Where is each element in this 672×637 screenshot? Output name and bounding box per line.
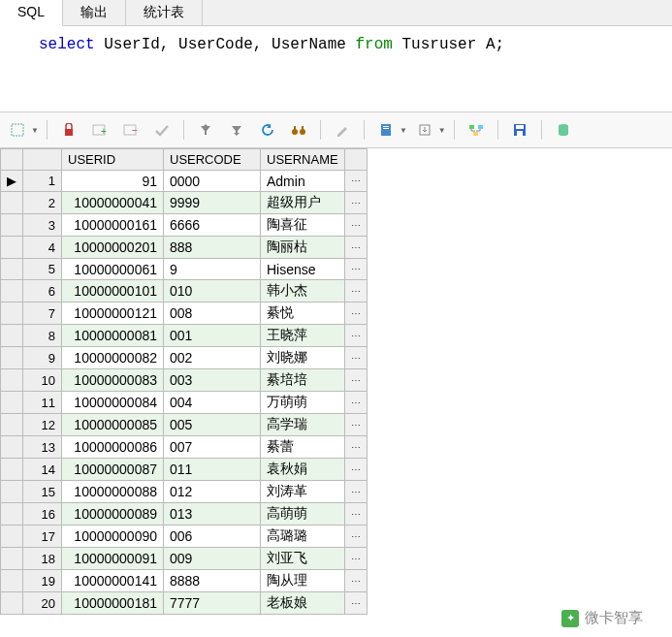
cell-more-icon[interactable]: ⋯ <box>344 280 367 303</box>
cell-username[interactable]: 袁秋娟 <box>261 459 345 481</box>
cell-more-icon[interactable]: ⋯ <box>344 592 367 615</box>
cell-userid[interactable]: 10000000121 <box>62 303 164 325</box>
cell-userid[interactable]: 10000000061 <box>62 259 164 280</box>
table-row[interactable]: 910000000082002刘晓娜⋯ <box>1 347 368 369</box>
cell-usercode[interactable]: 012 <box>164 481 261 503</box>
cell-more-icon[interactable]: ⋯ <box>344 325 367 347</box>
cell-userid[interactable]: 10000000041 <box>62 192 164 214</box>
cell-userid[interactable]: 10000000087 <box>62 459 164 481</box>
cell-userid[interactable]: 10000000088 <box>62 481 164 503</box>
cell-more-icon[interactable]: ⋯ <box>344 369 367 392</box>
result-grid[interactable]: USERID USERCODE USERNAME ▶1910000Admin⋯2… <box>0 148 672 615</box>
cell-more-icon[interactable]: ⋯ <box>344 436 367 459</box>
filter-down-icon[interactable] <box>223 118 250 142</box>
cell-usercode[interactable]: 001 <box>164 325 261 347</box>
filter-up-icon[interactable] <box>192 118 219 142</box>
cell-more-icon[interactable]: ⋯ <box>344 237 367 259</box>
cell-userid[interactable]: 10000000141 <box>62 570 164 592</box>
cell-username[interactable]: Hisense <box>261 259 345 280</box>
cell-userid[interactable]: 10000000081 <box>62 325 164 347</box>
edit-icon[interactable] <box>329 118 356 142</box>
cell-usercode[interactable]: 9 <box>164 259 261 280</box>
cell-username[interactable]: 綦培培 <box>261 369 345 392</box>
cell-usercode[interactable]: 013 <box>164 503 261 526</box>
cell-userid[interactable]: 10000000083 <box>62 369 164 392</box>
cell-more-icon[interactable]: ⋯ <box>344 526 367 548</box>
cell-username[interactable]: 高璐璐 <box>261 526 345 548</box>
cell-usercode[interactable]: 6666 <box>164 214 261 237</box>
table-row[interactable]: 410000000201888陶丽枯⋯ <box>1 237 368 259</box>
cell-more-icon[interactable]: ⋯ <box>344 548 367 570</box>
cell-more-icon[interactable]: ⋯ <box>344 347 367 369</box>
cell-username[interactable]: 高萌萌 <box>261 503 345 526</box>
cell-usercode[interactable]: 011 <box>164 459 261 481</box>
cell-userid[interactable]: 10000000082 <box>62 347 164 369</box>
cell-userid[interactable]: 10000000084 <box>62 392 164 414</box>
cell-more-icon[interactable]: ⋯ <box>344 171 367 192</box>
cell-username[interactable]: 超级用户 <box>261 192 345 214</box>
tab-output[interactable]: 输出 <box>63 0 126 25</box>
relations-icon[interactable] <box>463 118 490 142</box>
dropdown-icon[interactable]: ▼ <box>31 126 39 135</box>
cell-username[interactable]: 陶从理 <box>261 570 345 592</box>
cell-usercode[interactable]: 0000 <box>164 171 261 192</box>
refresh-icon[interactable] <box>254 118 281 142</box>
cell-usercode[interactable]: 004 <box>164 392 261 414</box>
table-row[interactable]: 1310000000086007綦蕾⋯ <box>1 436 368 459</box>
cell-userid[interactable]: 10000000201 <box>62 237 164 259</box>
table-row[interactable]: 1610000000089013高萌萌⋯ <box>1 503 368 526</box>
cell-username[interactable]: Admin <box>261 171 345 192</box>
sql-editor[interactable]: select UserId, UserCode, UserName from T… <box>0 26 672 111</box>
table-row[interactable]: 1010000000083003綦培培⋯ <box>1 369 368 392</box>
cell-usercode[interactable]: 010 <box>164 280 261 303</box>
table-row[interactable]: 19100000001418888陶从理⋯ <box>1 570 368 592</box>
cell-usercode[interactable]: 888 <box>164 237 261 259</box>
table-row[interactable]: 810000000081001王晓萍⋯ <box>1 325 368 347</box>
cell-userid[interactable]: 10000000086 <box>62 436 164 459</box>
table-row[interactable]: 1810000000091009刘亚飞⋯ <box>1 548 368 570</box>
cell-usercode[interactable]: 008 <box>164 303 261 325</box>
cell-username[interactable]: 韩小杰 <box>261 280 345 303</box>
cell-more-icon[interactable]: ⋯ <box>344 259 367 280</box>
cell-more-icon[interactable]: ⋯ <box>344 459 367 481</box>
cell-userid[interactable]: 10000000090 <box>62 526 164 548</box>
cell-userid[interactable]: 10000000089 <box>62 503 164 526</box>
cell-usercode[interactable]: 009 <box>164 548 261 570</box>
cell-usercode[interactable]: 8888 <box>164 570 261 592</box>
commit-icon[interactable] <box>148 118 176 142</box>
delete-record-icon[interactable]: − <box>117 118 144 142</box>
dropdown-icon[interactable]: ▼ <box>438 126 446 135</box>
cell-username[interactable]: 綦蕾 <box>261 436 345 459</box>
save-icon[interactable] <box>506 118 533 142</box>
cell-more-icon[interactable]: ⋯ <box>344 481 367 503</box>
dropdown-icon[interactable]: ▼ <box>400 126 407 135</box>
cell-username[interactable]: 陶丽枯 <box>261 237 345 259</box>
tab-sql[interactable]: SQL <box>0 0 63 26</box>
cell-userid[interactable]: 10000000181 <box>62 592 164 615</box>
table-row[interactable]: 3100000001616666陶喜征⋯ <box>1 214 368 237</box>
cell-username[interactable]: 刘晓娜 <box>261 347 345 369</box>
table-row[interactable]: ▶1910000Admin⋯ <box>1 171 368 192</box>
table-row[interactable]: 1510000000088012刘涛革⋯ <box>1 481 368 503</box>
cell-more-icon[interactable]: ⋯ <box>344 392 367 414</box>
table-row[interactable]: 1410000000087011袁秋娟⋯ <box>1 459 368 481</box>
cell-userid[interactable]: 10000000091 <box>62 548 164 570</box>
table-row[interactable]: 20100000001817777老板娘⋯ <box>1 592 368 615</box>
col-header-usercode[interactable]: USERCODE <box>164 149 261 171</box>
col-header-username[interactable]: USERNAME <box>261 149 345 171</box>
cell-username[interactable]: 王晓萍 <box>261 325 345 347</box>
cell-userid[interactable]: 10000000085 <box>62 414 164 436</box>
table-row[interactable]: 2100000000419999超级用户⋯ <box>1 192 368 214</box>
table-row[interactable]: 5100000000619Hisense⋯ <box>1 259 368 280</box>
cell-usercode[interactable]: 003 <box>164 369 261 392</box>
cell-usercode[interactable]: 006 <box>164 526 261 548</box>
table-row[interactable]: 1210000000085005高学瑞⋯ <box>1 414 368 436</box>
cell-username[interactable]: 陶喜征 <box>261 214 345 237</box>
cell-usercode[interactable]: 005 <box>164 414 261 436</box>
export-icon[interactable] <box>411 118 438 142</box>
cell-username[interactable]: 刘亚飞 <box>261 548 345 570</box>
cell-userid[interactable]: 10000000161 <box>62 214 164 237</box>
cell-usercode[interactable]: 7777 <box>164 592 261 615</box>
table-row[interactable]: 610000000101010韩小杰⋯ <box>1 280 368 303</box>
cell-more-icon[interactable]: ⋯ <box>344 192 367 214</box>
